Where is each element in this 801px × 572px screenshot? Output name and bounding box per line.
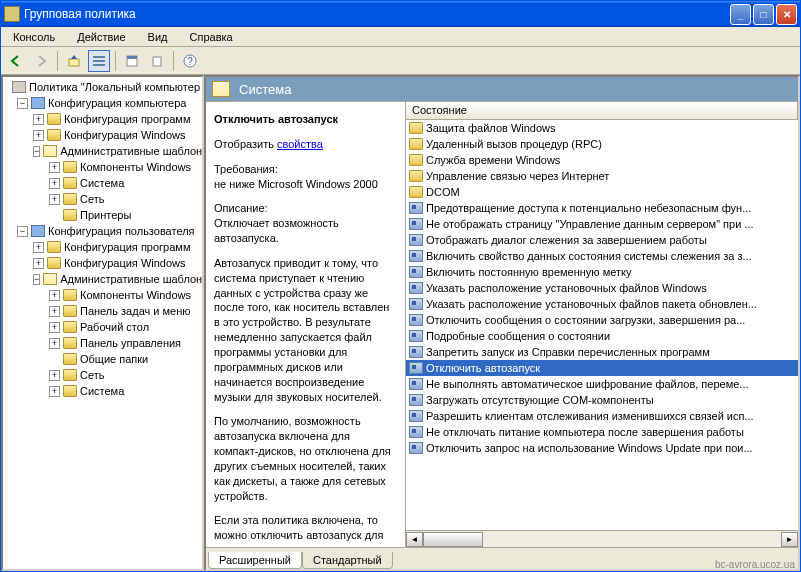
tree-item[interactable]: Панель задач и меню	[80, 305, 191, 317]
tree-item[interactable]: Сеть	[80, 369, 104, 381]
expander-icon[interactable]: +	[49, 338, 60, 349]
folder-open-icon	[212, 81, 230, 97]
tree-item[interactable]: Административные шаблоны	[60, 273, 204, 285]
expander-icon[interactable]: −	[33, 274, 40, 285]
expander-icon[interactable]: −	[17, 226, 28, 237]
list-row[interactable]: Не отображать страницу "Управление данны…	[406, 216, 798, 232]
close-button[interactable]: ✕	[776, 4, 797, 25]
tree-item[interactable]: Принтеры	[80, 209, 131, 221]
list-row[interactable]: Служба времени Windows	[406, 152, 798, 168]
policy-icon	[409, 234, 423, 246]
tree-item[interactable]: Компоненты Windows	[80, 161, 191, 173]
minimize-button[interactable]: _	[730, 4, 751, 25]
folder-icon	[409, 122, 423, 134]
list-row[interactable]: Не отключать питание компьютера после за…	[406, 424, 798, 440]
list-row[interactable]: Управление связью через Интернет	[406, 168, 798, 184]
expander-icon[interactable]: +	[49, 322, 60, 333]
list-row[interactable]: Отключить запрос на использование Window…	[406, 440, 798, 456]
scroll-thumb[interactable]	[423, 532, 483, 547]
expander-icon[interactable]: +	[49, 290, 60, 301]
list-row[interactable]: Загружать отсутствующие COM-компоненты	[406, 392, 798, 408]
list-item-label: Запретить запуск из Справки перечисленны…	[426, 346, 710, 358]
list-row[interactable]: Предотвращение доступа к потенциально не…	[406, 200, 798, 216]
folder-icon	[63, 161, 77, 173]
tree-item[interactable]: Конфигурация программ	[64, 113, 190, 125]
tree-pane[interactable]: Политика "Локальный компьютер −Конфигура…	[1, 75, 204, 571]
expander-icon[interactable]: +	[49, 370, 60, 381]
tree-item[interactable]: Общие папки	[80, 353, 148, 365]
menu-view[interactable]: Вид	[142, 30, 174, 44]
list-row[interactable]: Включить свойство данных состояния систе…	[406, 248, 798, 264]
list-row[interactable]: Отключить автозапуск	[406, 360, 798, 376]
policy-icon	[409, 410, 423, 422]
tree-item[interactable]: Сеть	[80, 193, 104, 205]
list-row[interactable]: Отключить сообщения о состоянии загрузки…	[406, 312, 798, 328]
list-row[interactable]: Запретить запуск из Справки перечисленны…	[406, 344, 798, 360]
tab-standard[interactable]: Стандартный	[302, 552, 393, 569]
list-row[interactable]: Удаленный вызов процедур (RPC)	[406, 136, 798, 152]
tree-cfg-computer[interactable]: Конфигурация компьютера	[48, 97, 186, 109]
policy-root-icon	[12, 81, 26, 93]
desc-p3: По умолчанию, возможность автозапуска вк…	[214, 414, 397, 503]
list-row[interactable]: Указать расположение установочных файлов…	[406, 296, 798, 312]
tree-root[interactable]: Политика "Локальный компьютер	[29, 81, 200, 93]
list-row[interactable]: DCOM	[406, 184, 798, 200]
expander-icon[interactable]: +	[33, 242, 44, 253]
detail-view-button[interactable]	[88, 50, 110, 72]
scroll-right-button[interactable]: ►	[781, 532, 798, 547]
tree-system[interactable]: Система	[80, 177, 124, 189]
expander-icon[interactable]: −	[33, 146, 40, 157]
list-item-label: Указать расположение установочных файлов…	[426, 282, 707, 294]
list-row[interactable]: Защита файлов Windows	[406, 120, 798, 136]
list-row[interactable]: Не выполнять автоматическое шифрование ф…	[406, 376, 798, 392]
tree-item[interactable]: Административные шаблоны	[60, 145, 204, 157]
expander-icon[interactable]: +	[49, 386, 60, 397]
desc-p2: Автозапуск приводит к тому, что система …	[214, 256, 397, 404]
list-row[interactable]: Включить постоянную временную метку	[406, 264, 798, 280]
export-button[interactable]	[146, 50, 168, 72]
tree-item[interactable]: Панель управления	[80, 337, 181, 349]
list-row[interactable]: Отображать диалог слежения за завершение…	[406, 232, 798, 248]
back-button[interactable]	[5, 50, 27, 72]
scroll-left-button[interactable]: ◄	[406, 532, 423, 547]
expander-icon[interactable]: +	[49, 306, 60, 317]
folder-icon	[63, 305, 77, 317]
expander-icon[interactable]: +	[49, 194, 60, 205]
horizontal-scrollbar[interactable]: ◄ ►	[406, 530, 798, 547]
expander-icon[interactable]: +	[49, 162, 60, 173]
tree-item[interactable]: Конфигурация программ	[64, 241, 190, 253]
list-row[interactable]: Разрешить клиентам отслеживания изменивш…	[406, 408, 798, 424]
expander-icon[interactable]: +	[33, 114, 44, 125]
menu-action[interactable]: Действие	[71, 30, 131, 44]
folder-icon	[63, 337, 77, 349]
tree-item[interactable]: Конфигурация Windows	[64, 257, 186, 269]
menu-help[interactable]: Справка	[184, 30, 239, 44]
expander-icon[interactable]: +	[33, 130, 44, 141]
tree-cfg-user[interactable]: Конфигурация пользователя	[48, 225, 195, 237]
column-header[interactable]: Состояние	[406, 102, 798, 120]
expander-icon[interactable]: +	[49, 178, 60, 189]
help-button[interactable]: ?	[179, 50, 201, 72]
list-row[interactable]: Указать расположение установочных файлов…	[406, 280, 798, 296]
tab-extended[interactable]: Расширенный	[208, 552, 302, 569]
tree-item[interactable]: Система	[80, 385, 124, 397]
tree-item[interactable]: Рабочий стол	[80, 321, 149, 333]
menu-console[interactable]: Консоль	[7, 30, 61, 44]
maximize-button[interactable]: □	[753, 4, 774, 25]
properties-button[interactable]	[121, 50, 143, 72]
forward-button[interactable]	[30, 50, 52, 72]
col-state[interactable]: Состояние	[406, 102, 798, 119]
list-body[interactable]: Защита файлов WindowsУдаленный вызов про…	[406, 120, 798, 530]
tree-item[interactable]: Конфигурация Windows	[64, 129, 186, 141]
policy-icon	[409, 250, 423, 262]
properties-link[interactable]: свойства	[277, 138, 323, 150]
svg-rect-3	[93, 64, 105, 66]
tree-item[interactable]: Компоненты Windows	[80, 289, 191, 301]
expander-icon[interactable]: −	[17, 98, 28, 109]
folder-icon	[63, 193, 77, 205]
up-button[interactable]	[63, 50, 85, 72]
folder-icon	[409, 170, 423, 182]
list-row[interactable]: Подробные сообщения о состоянии	[406, 328, 798, 344]
expander-icon[interactable]: +	[33, 258, 44, 269]
folder-icon	[47, 113, 61, 125]
